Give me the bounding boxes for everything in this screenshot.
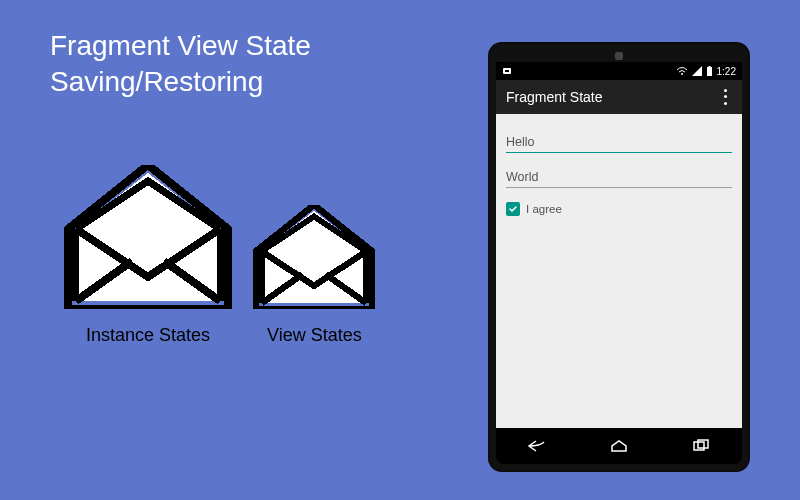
text-field-2[interactable] bbox=[506, 167, 732, 188]
svg-marker-9 bbox=[692, 66, 702, 76]
checkbox-checked-icon bbox=[506, 202, 520, 216]
phone-speaker bbox=[496, 50, 742, 62]
svg-rect-12 bbox=[694, 442, 704, 450]
svg-rect-13 bbox=[698, 440, 708, 448]
svg-rect-5 bbox=[364, 251, 373, 303]
signal-icon bbox=[692, 66, 702, 76]
navigation-bar bbox=[496, 428, 742, 464]
envelope-instance-states: Instance States bbox=[60, 165, 236, 346]
action-bar-title: Fragment State bbox=[506, 89, 603, 105]
svg-rect-2 bbox=[217, 229, 228, 301]
phone-device: 1:22 Fragment State I agree bbox=[488, 42, 750, 472]
status-time: 1:22 bbox=[717, 66, 736, 77]
svg-rect-4 bbox=[256, 251, 265, 303]
fragment-content: I agree bbox=[496, 114, 742, 428]
status-bar: 1:22 bbox=[496, 62, 742, 80]
svg-rect-7 bbox=[505, 70, 509, 72]
text-field-1[interactable] bbox=[506, 132, 732, 153]
svg-point-8 bbox=[681, 73, 683, 75]
envelope-icon bbox=[60, 165, 236, 309]
page-title: Fragment View State Saving/Restoring bbox=[50, 28, 311, 101]
title-line-1: Fragment View State bbox=[50, 28, 311, 64]
overflow-menu-button[interactable] bbox=[718, 87, 732, 107]
envelope-view-states: View States bbox=[250, 205, 378, 346]
svg-rect-1 bbox=[68, 229, 79, 301]
nav-back-button[interactable] bbox=[517, 436, 557, 456]
wifi-icon bbox=[676, 66, 688, 76]
battery-icon bbox=[706, 66, 713, 77]
nav-home-button[interactable] bbox=[599, 436, 639, 456]
checkbox-label: I agree bbox=[526, 203, 562, 215]
svg-rect-10 bbox=[707, 67, 712, 76]
debug-icon bbox=[502, 66, 512, 76]
svg-rect-11 bbox=[708, 66, 710, 67]
checkbox-row[interactable]: I agree bbox=[506, 202, 732, 216]
envelope-icon bbox=[250, 205, 378, 309]
title-line-2: Saving/Restoring bbox=[50, 64, 311, 100]
phone-screen: 1:22 Fragment State I agree bbox=[496, 50, 742, 464]
envelope-instance-label: Instance States bbox=[60, 325, 236, 346]
envelope-view-label: View States bbox=[250, 325, 378, 346]
action-bar: Fragment State bbox=[496, 80, 742, 114]
nav-recents-button[interactable] bbox=[681, 436, 721, 456]
envelope-group: Instance States View States bbox=[60, 165, 378, 346]
